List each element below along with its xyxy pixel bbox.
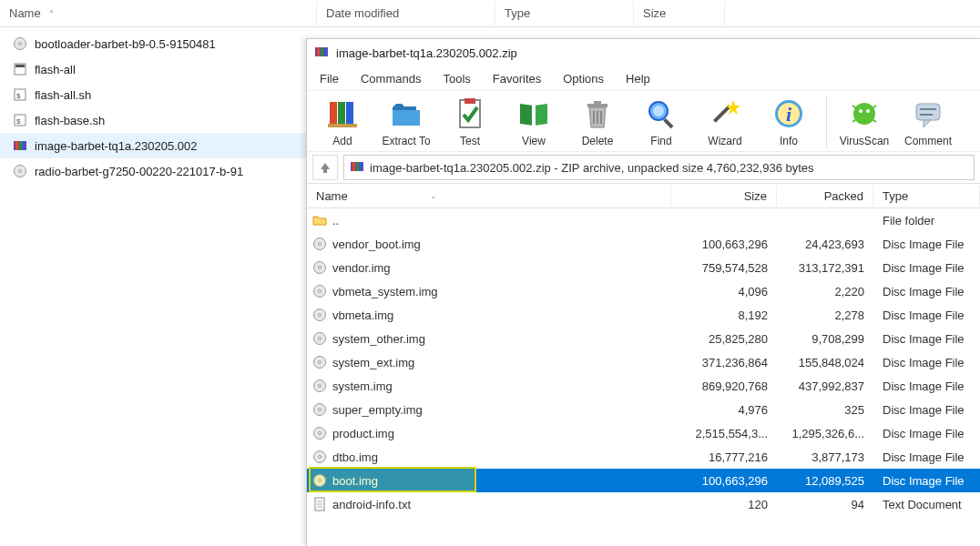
disc-icon [312,308,327,322]
delete-button[interactable]: Delete [566,95,629,149]
svg-rect-45 [916,104,940,120]
archive-col-packed[interactable]: Packed [777,186,873,207]
add-button[interactable]: Add [311,95,374,149]
disc-icon [312,237,327,251]
folder-out-icon [389,96,424,131]
name-cell: vbmeta.img [307,308,671,322]
archive-row[interactable]: product.img2,515,554,3...1,295,326,6...D… [307,421,980,445]
type-cell: Disc Image File [873,427,980,440]
archive-row[interactable]: super_empty.img4,976325Disc Image File [307,398,980,421]
type-cell: Disc Image File [873,450,980,464]
test-button[interactable]: Test [438,95,502,149]
svg-point-69 [319,432,322,435]
disc-icon [312,284,327,298]
archive-row[interactable]: boot.img100,663,29612,089,525Disc Image … [307,469,980,492]
svg-rect-23 [464,98,475,104]
archive-row[interactable]: dtbo.img16,777,2163,877,173Disc Image Fi… [307,445,980,469]
name-cell: .. [307,213,671,228]
file-name: image-barbet-tq1a.230205.002 [35,139,198,153]
folder-icon [312,213,327,228]
file-name: vbmeta_system.img [332,285,438,298]
trash-icon [580,96,615,131]
disc-icon [312,473,327,488]
name-cell: vendor.img [307,260,671,275]
menu-favorites[interactable]: Favorites [482,68,552,89]
address-field[interactable]: image-barbet-tq1a.230205.002.zip - ZIP a… [343,155,975,180]
type-cell: Disc Image File [873,356,980,369]
packed-cell: 313,172,391 [777,261,873,275]
toolbar-label: View [522,135,546,147]
archive-row[interactable]: vendor_boot.img100,663,29624,423,693Disc… [307,232,980,256]
clipboard-check-icon [453,96,487,131]
size-cell: 8,192 [671,308,777,322]
archive-col-size[interactable]: Size [671,186,777,207]
svg-point-65 [319,385,322,388]
col-header-size[interactable]: Size [634,1,725,25]
archive-row[interactable]: vbmeta_system.img4,0962,220Disc Image Fi… [307,279,980,303]
menu-options[interactable]: Options [552,68,615,89]
archive-row[interactable]: system_other.img25,825,2809,708,299Disc … [307,327,980,350]
menu-tools[interactable]: Tools [432,68,481,89]
size-cell: 4,976 [671,403,777,417]
svg-point-38 [853,103,875,125]
type-cell: Disc Image File [873,332,980,346]
name-cell: system_other.img [307,331,671,346]
archive-row[interactable]: vbmeta.img8,1922,278Disc Image File [307,303,980,327]
col-header-date[interactable]: Date modified [317,1,495,25]
toolbar-label: Info [780,135,798,147]
svg-point-59 [319,314,322,317]
info-button[interactable]: iInfo [757,95,821,149]
comment-button[interactable]: Comment [896,95,960,149]
archive-row[interactable]: ..File folder [307,208,980,232]
type-cell: Disc Image File [873,474,980,488]
address-bar: image-barbet-tq1a.230205.002.zip - ZIP a… [307,152,980,183]
menu-commands[interactable]: Commands [350,68,432,89]
name-cell: vbmeta_system.img [307,284,671,298]
address-text: image-barbet-tq1a.230205.002.zip - ZIP a… [370,161,814,175]
archive-row[interactable]: system_ext.img371,236,864155,848,024Disc… [307,350,980,374]
size-cell: 25,825,280 [671,332,777,346]
virusscan-button[interactable]: VirusScan [832,95,896,149]
menu-help[interactable]: Help [615,68,661,89]
toolbar-label: Extract To [382,135,430,147]
toolbar-separator [826,96,827,147]
wand-icon [708,96,742,131]
svg-point-13 [19,170,22,173]
archive-col-name[interactable]: Name ⌄ [307,186,671,207]
svg-point-39 [859,109,863,113]
archive-row[interactable]: system.img869,920,768437,992,837Disc Ima… [307,374,980,398]
sort-indicator-icon: ˄ [49,9,54,19]
svg-rect-16 [321,47,323,56]
menu-file[interactable]: File [309,68,350,89]
svg-rect-9 [15,141,18,150]
wizard-button[interactable]: Wizard [693,95,757,149]
shell-icon: $ [13,113,27,127]
packed-cell: 437,992,837 [777,379,873,393]
file-name: vendor_boot.img [332,238,421,251]
virus-icon [847,96,882,131]
svg-point-55 [319,267,322,269]
archive-row[interactable]: vendor.img759,574,528313,172,391Disc Ima… [307,256,980,279]
col-header-type[interactable]: Type [495,1,634,25]
packed-cell: 9,708,299 [777,332,873,346]
size-cell: 371,236,864 [671,356,777,369]
svg-rect-51 [360,162,362,171]
up-button[interactable] [312,155,338,180]
disc-icon [312,355,327,369]
extract-to-button[interactable]: Extract To [374,95,438,149]
view-button[interactable]: View [502,95,566,149]
archive-row[interactable]: android-info.txt12094Text Document [307,492,980,516]
col-header-name[interactable]: Name ˄ [0,1,317,25]
packed-cell: 24,423,693 [777,238,873,251]
packed-cell: 155,848,024 [777,356,873,369]
titlebar: image-barbet-tq1a.230205.002.zip [307,39,980,66]
svg-rect-50 [356,162,359,171]
svg-rect-49 [352,162,355,171]
find-button[interactable]: Find [629,95,693,149]
svg-rect-24 [532,105,536,126]
archive-col-type[interactable]: Type [873,186,980,207]
svg-point-1 [19,43,22,46]
file-name: flash-all [35,63,76,76]
file-name: android-info.txt [332,498,411,511]
disc-icon [312,426,327,440]
